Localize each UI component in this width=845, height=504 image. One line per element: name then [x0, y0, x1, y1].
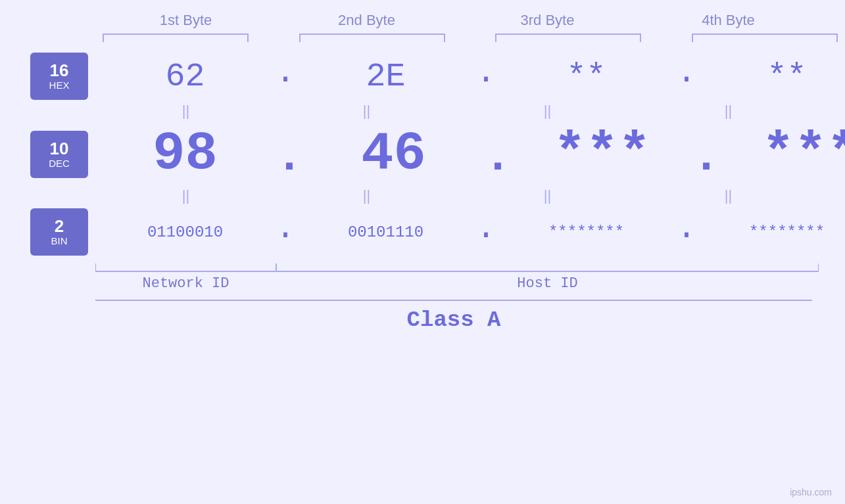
byte2-header: 2nd Byte: [276, 12, 457, 29]
dec-dot1: .: [276, 135, 303, 181]
bin-values: 01100010 . 00101110 . ******** . *******…: [95, 219, 845, 245]
eq2-b3: ||: [457, 189, 638, 203]
bottom-section: Network ID Host ID: [95, 262, 845, 292]
hex-byte3: **: [496, 58, 677, 95]
equals-row-2: || || || ||: [95, 189, 845, 203]
eq2-b2: ||: [276, 189, 457, 203]
network-id-label: Network ID: [95, 275, 276, 292]
host-id-label: Host ID: [276, 275, 819, 292]
dec-values: 98 . 46 . *** . ***: [95, 124, 845, 185]
class-label: Class A: [95, 308, 812, 332]
bin-dot2: .: [476, 212, 496, 245]
watermark: ipshu.com: [790, 487, 832, 497]
dec-row: 10 DEC 98 . 46 . *** . ***: [0, 124, 845, 185]
byte4-header: 4th Byte: [638, 12, 819, 29]
byte3-header: 3rd Byte: [457, 12, 638, 29]
top-bracket-row: [95, 33, 845, 43]
hex-dot1: .: [276, 57, 295, 89]
hex-dot2: .: [476, 57, 496, 89]
dec-dot3: .: [692, 135, 720, 181]
hex-values: 62 . 2E . ** . **: [95, 58, 845, 95]
eq1-b4: ||: [638, 104, 819, 118]
class-section: Class A: [95, 300, 812, 332]
class-bracket-line: [95, 300, 812, 301]
bin-byte1: 01100010: [95, 223, 276, 241]
hex-byte4: **: [696, 58, 845, 95]
dec-byte4: ***: [720, 124, 845, 185]
eq2-b1: ||: [95, 189, 276, 203]
eq1-b3: ||: [457, 104, 638, 118]
byte1-header: 1st Byte: [95, 12, 276, 29]
dec-dot2: .: [484, 135, 512, 181]
hex-row: 16 HEX 62 . 2E . ** . **: [0, 53, 845, 100]
bin-dot3: .: [677, 212, 696, 245]
bin-dot1: .: [276, 212, 295, 245]
bracket2: [292, 33, 452, 43]
eq1-b2: ||: [276, 104, 457, 118]
bracket4: [685, 33, 845, 43]
dec-label: 10 DEC: [30, 131, 88, 178]
equals-row-1: || || || ||: [95, 104, 845, 118]
bracket3: [489, 33, 649, 43]
eq2-b4: ||: [638, 189, 819, 203]
dec-byte1: 98: [95, 124, 276, 185]
main-container: 1st Byte 2nd Byte 3rd Byte 4th Byte: [0, 0, 845, 504]
eq1-b1: ||: [95, 104, 276, 118]
bin-byte2: 00101110: [295, 223, 476, 241]
dec-byte3: ***: [512, 124, 692, 185]
bottom-labels: Network ID Host ID: [95, 275, 845, 292]
bottom-bracket-row: [95, 262, 845, 273]
bin-byte4: ********: [696, 223, 845, 241]
byte-headers: 1st Byte 2nd Byte 3rd Byte 4th Byte: [95, 12, 845, 29]
bin-label: 2 BIN: [30, 208, 88, 256]
host-bracket: [276, 262, 819, 273]
bin-row: 2 BIN 01100010 . 00101110 . ******** . *…: [0, 208, 845, 256]
hex-byte2: 2E: [295, 58, 476, 95]
network-bracket: [95, 262, 276, 273]
hex-label: 16 HEX: [30, 53, 88, 100]
dec-byte2: 46: [303, 124, 484, 185]
hex-dot3: .: [677, 57, 696, 89]
hex-byte1: 62: [95, 58, 276, 95]
bracket1: [95, 33, 256, 43]
bin-byte3: ********: [496, 223, 677, 241]
